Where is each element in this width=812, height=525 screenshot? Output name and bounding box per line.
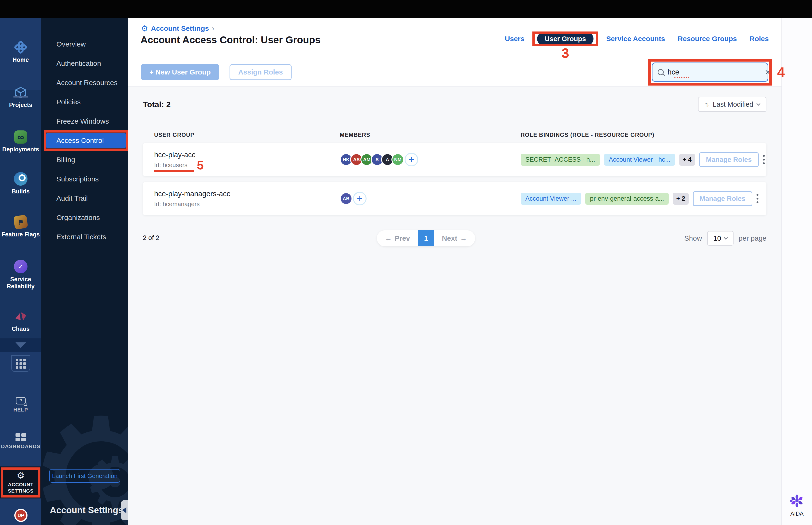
user-avatar[interactable]: DP xyxy=(14,509,28,522)
page-header: ⚙ Account Settings › Account Access Cont… xyxy=(128,18,781,58)
page-size-select[interactable]: 10 xyxy=(707,231,734,245)
tab-user-groups[interactable]: User Groups xyxy=(537,32,594,46)
sidebar-item-authentication[interactable]: Authentication xyxy=(46,56,126,71)
annotation-underline-5 xyxy=(154,170,194,172)
members-cell: AB + xyxy=(340,192,521,205)
sidebar-item-builds[interactable]: Builds xyxy=(0,172,41,195)
sidebar-item-external-tickets[interactable]: External Tickets xyxy=(46,229,126,244)
row-menu-icon[interactable] xyxy=(763,155,765,164)
home-icon xyxy=(14,41,28,54)
sidebar-item-service-reliability[interactable]: ✓ Service Reliability xyxy=(0,260,41,290)
module-selector-button[interactable] xyxy=(11,355,30,372)
members-cell: HK AS AM S A NM + xyxy=(340,153,521,166)
prev-label: Prev xyxy=(395,234,410,242)
breadcrumb: ⚙ Account Settings › xyxy=(141,24,214,33)
module-rail: Home Projects ∞ Deployments Builds ⚑ xyxy=(0,18,41,525)
sidebar-item-home[interactable]: Home xyxy=(0,41,41,63)
table-row[interactable]: hce-play-acc Id: hceusers 5 HK AS AM S A… xyxy=(143,143,766,176)
rail-label: HELP xyxy=(13,407,28,413)
sidebar-item-deployments[interactable]: ∞ Deployments xyxy=(0,131,41,153)
more-bindings-badge[interactable]: + 4 xyxy=(679,154,695,166)
sidebar-item-label: Access Control xyxy=(56,137,104,144)
role-bindings-cell: SECRET_ACCESS - h... Account Viewer - hc… xyxy=(521,152,767,167)
aida-label: AIDA xyxy=(791,510,803,517)
sidebar-item-dashboards[interactable]: DASHBOARDS xyxy=(0,433,41,450)
list-body: Total: 2 ↑↓ Last Modified USER GROUP MEM… xyxy=(128,87,781,247)
right-gutter: AIDA xyxy=(781,18,812,525)
group-id: Id: hceusers xyxy=(154,162,187,168)
role-binding-chip[interactable]: Account Viewer ... xyxy=(521,193,581,205)
rail-modules-section xyxy=(0,90,41,339)
rail-label: Deployments xyxy=(2,146,39,153)
sidebar-item-audit-trail[interactable]: Audit Trail xyxy=(46,191,126,206)
arrow-right-icon: → xyxy=(460,234,467,242)
dashboards-icon xyxy=(16,433,26,441)
table-header-row: USER GROUP MEMBERS ROLE BINDINGS (ROLE -… xyxy=(143,132,766,138)
assign-roles-button[interactable]: Assign Roles xyxy=(230,64,292,80)
group-name: hce-play-managers-acc xyxy=(154,190,340,198)
role-binding-chip[interactable]: Account Viewer - hc... xyxy=(604,154,675,166)
aida-icon xyxy=(789,493,805,509)
sidebar-item-overview[interactable]: Overview xyxy=(46,37,126,52)
annotation-number-3: 3 xyxy=(562,46,569,60)
manage-roles-button[interactable]: Manage Roles xyxy=(693,191,752,206)
rail-label: Chaos xyxy=(12,326,30,332)
paginator: ← Prev 1 Next → xyxy=(377,230,475,246)
rail-collapse-button[interactable] xyxy=(0,339,41,352)
new-user-group-button[interactable]: + New User Group xyxy=(141,64,219,80)
tab-resource-groups[interactable]: Resource Groups xyxy=(678,35,737,43)
add-member-button[interactable]: + xyxy=(353,192,367,205)
sidebar-item-account-settings[interactable]: ⚙ ACCOUNT SETTINGS 1 xyxy=(0,466,41,498)
role-binding-chip[interactable]: SECRET_ACCESS - h... xyxy=(521,154,600,166)
group-id: Id: hcemanagers xyxy=(154,200,200,208)
sidebar-item-subscriptions[interactable]: Subscriptions xyxy=(46,171,126,186)
add-member-button[interactable]: + xyxy=(404,153,418,166)
sidebar-item-policies[interactable]: Policies xyxy=(46,94,126,109)
chevron-down-icon xyxy=(756,102,761,106)
launch-first-generation-button[interactable]: Launch First Generation xyxy=(49,469,120,483)
next-page-button[interactable]: Next → xyxy=(434,230,475,246)
prev-page-button[interactable]: ← Prev xyxy=(377,230,418,246)
chaos-icon xyxy=(14,310,27,323)
chevron-left-icon xyxy=(122,507,126,513)
role-binding-chip[interactable]: pr-env-general-access-a... xyxy=(585,193,669,205)
total-count: Total: 2 xyxy=(143,100,171,109)
app-window: Home Projects ∞ Deployments Builds ⚑ xyxy=(0,0,812,525)
sidebar-item-account-resources[interactable]: Account Resources xyxy=(46,75,126,90)
tab-users[interactable]: Users xyxy=(505,35,524,43)
sidebar-item-access-control[interactable]: Access Control 2 xyxy=(46,133,126,148)
rail-label: Service Reliability xyxy=(2,276,39,290)
sidebar-item-help[interactable]: ? HELP xyxy=(0,397,41,413)
sidebar-bottom-title: Account Settings xyxy=(50,505,123,515)
more-bindings-badge[interactable]: + 2 xyxy=(673,193,688,205)
show-label: Show xyxy=(685,234,702,242)
next-label: Next xyxy=(442,234,457,242)
sidebar-collapse-button[interactable] xyxy=(121,500,128,520)
search-input[interactable] xyxy=(668,68,761,76)
table-row[interactable]: hce-play-managers-acc Id: hcemanagers AB… xyxy=(143,182,766,215)
member-avatar[interactable]: NM xyxy=(392,153,404,166)
tab-roles[interactable]: Roles xyxy=(750,35,769,43)
member-avatar[interactable]: AB xyxy=(340,192,352,205)
page-size-value: 10 xyxy=(713,234,721,242)
sidebar-item-freeze-windows[interactable]: Freeze Windows xyxy=(46,114,126,129)
search-box: × xyxy=(652,62,768,82)
rail-label: Home xyxy=(13,56,29,63)
sidebar-item-billing[interactable]: Billing xyxy=(46,152,126,167)
chevron-down-icon xyxy=(724,236,728,240)
aida-assistant[interactable]: AIDA xyxy=(782,493,812,517)
sidebar-item-chaos[interactable]: Chaos xyxy=(0,310,41,332)
breadcrumb-link[interactable]: Account Settings xyxy=(151,25,209,32)
sidebar-item-feature-flags[interactable]: ⚑ Feature Flags xyxy=(0,215,41,238)
manage-roles-button[interactable]: Manage Roles xyxy=(699,152,759,167)
current-page-button[interactable]: 1 xyxy=(418,230,434,246)
per-page-label: per page xyxy=(739,234,766,242)
row-menu-icon[interactable] xyxy=(756,194,759,203)
clear-search-icon[interactable]: × xyxy=(765,68,770,77)
sort-dropdown[interactable]: ↑↓ Last Modified xyxy=(698,97,767,112)
sort-arrows-icon: ↑↓ xyxy=(705,101,709,108)
role-bindings-cell: Account Viewer ... pr-env-general-access… xyxy=(521,191,761,206)
gear-icon: ⚙ xyxy=(17,471,25,480)
sidebar-item-organizations[interactable]: Organizations xyxy=(46,210,126,225)
tab-service-accounts[interactable]: Service Accounts xyxy=(606,35,665,43)
